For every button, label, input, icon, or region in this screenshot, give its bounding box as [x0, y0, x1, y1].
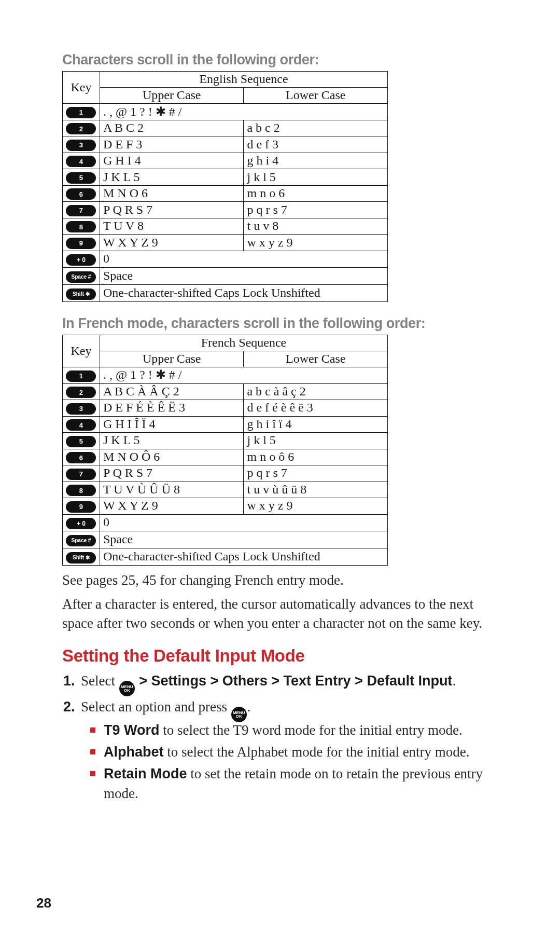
row-9-lower: w x y z 9	[244, 235, 388, 251]
roundkey-ok-label: OK	[236, 715, 242, 718]
table-row: Space # Space	[63, 267, 388, 284]
fr-row-2-upper: A B C À Â Ç 2	[100, 383, 244, 400]
english-sequence-table: Key English Sequence Upper Case Lower Ca…	[62, 71, 388, 302]
fr-row-4-upper: G H I Î Ï 4	[100, 416, 244, 433]
table-row: 8 T U V Ù Û Ü 8 t u v ù û ü 8	[63, 482, 388, 498]
row-shift-full: One-character-shifted Caps Lock Unshifte…	[100, 284, 387, 301]
key-space-icon: Space #	[66, 535, 96, 546]
step-1-pre: Select	[81, 673, 119, 689]
bullet-t9: T9 Word to select the T9 word mode for t…	[102, 721, 498, 740]
step-1-path: > Settings > Others > Text Entry > Defau…	[135, 673, 453, 689]
key-9-icon: 9	[66, 238, 96, 249]
step-1-period: .	[452, 673, 456, 689]
row-3-lower: d e f 3	[244, 136, 388, 153]
table-row: 3 D E F É È Ê Ë 3 d e f é è ê ë 3	[63, 400, 388, 417]
menu-ok-key-icon: MENUOK	[231, 707, 247, 722]
table-row: 9 W X Y Z 9 w x y z 9	[63, 235, 388, 251]
options-bullets: T9 Word to select the T9 word mode for t…	[81, 721, 498, 803]
bullet-alphabet: Alphabet to select the Alphabet mode for…	[102, 743, 498, 762]
key-4-icon: 4	[66, 419, 96, 431]
fr-row-6-upper: M N O Ô 6	[100, 449, 244, 465]
english-seq-header: English Sequence	[100, 72, 387, 88]
fr-row-9-upper: W X Y Z 9	[100, 498, 244, 515]
table-row: Shift ✱ One-character-shifted Caps Lock …	[63, 548, 388, 565]
row-5-upper: J K L 5	[100, 169, 244, 186]
upper-case-header-fr: Upper Case	[100, 351, 244, 367]
key-7-icon: 7	[66, 205, 96, 216]
table-row: 1 . , @ 1 ? ! ✱ # /	[63, 104, 388, 120]
key-5-icon: 5	[66, 172, 96, 184]
bullet-retain: Retain Mode to set the retain mode on to…	[102, 764, 498, 804]
table-row: 4 G H I 4 g h i 4	[63, 153, 388, 169]
row-4-upper: G H I 4	[100, 153, 244, 169]
table-row: 5 J K L 5 j k l 5	[63, 169, 388, 186]
key-9-icon: 9	[66, 501, 96, 513]
english-order-heading: Characters scroll in the following order…	[62, 52, 498, 68]
row-7-upper: P Q R S 7	[100, 202, 244, 218]
table-row: 4 G H I Î Ï 4 g h i î ï 4	[63, 416, 388, 433]
row-6-upper: M N O 6	[100, 185, 244, 202]
key-6-icon: 6	[66, 452, 96, 463]
bullet-retain-label: Retain Mode	[104, 766, 187, 781]
manual-page: Characters scroll in the following order…	[0, 0, 560, 934]
table-row: + 0 0	[63, 251, 388, 267]
row-9-upper: W X Y Z 9	[100, 235, 244, 251]
fr-row-8-lower: t u v ù û ü 8	[244, 482, 388, 498]
table-row: Shift ✱ One-character-shifted Caps Lock …	[63, 284, 388, 301]
fr-row-7-lower: p q r s 7	[244, 465, 388, 482]
row-space-full: Space	[100, 267, 387, 284]
cursor-advance-note: After a character is entered, the cursor…	[62, 595, 498, 633]
row-7-lower: p q r s 7	[244, 202, 388, 218]
table-row: + 0 0	[63, 514, 388, 531]
row-8-lower: t u v 8	[244, 218, 388, 235]
fr-row-space-full: Space	[100, 531, 387, 548]
lower-case-header: Lower Case	[244, 88, 388, 104]
fr-row-5-lower: j k l 5	[244, 433, 388, 449]
table-row: 1 . , @ 1 ? ! ✱ # /	[63, 367, 388, 384]
fr-row-5-upper: J K L 5	[100, 433, 244, 449]
key-3-icon: 3	[66, 403, 96, 415]
fr-row-6-lower: m n o ô 6	[244, 449, 388, 465]
key-2-icon: 2	[66, 387, 96, 398]
table-row: 8 T U V 8 t u v 8	[63, 218, 388, 235]
row-2-lower: a b c 2	[244, 120, 388, 136]
key-shift-icon: Shift ✱	[66, 289, 96, 300]
fr-row-2-lower: a b c à â ç 2	[244, 383, 388, 400]
fr-row-plus0-full: 0	[100, 514, 387, 531]
key-8-icon: 8	[66, 221, 96, 232]
table-row: Space # Space	[63, 531, 388, 548]
table-row: 7 P Q R S 7 p q r s 7	[63, 465, 388, 482]
see-pages-note: See pages 25, 45 for changing French ent…	[62, 571, 498, 589]
table-row: 5 J K L 5 j k l 5	[63, 433, 388, 449]
step-2-pre: Select an option and press	[81, 699, 231, 715]
key-space-icon: Space #	[66, 271, 96, 283]
bullet-t9-rest: to select the T9 word mode for the initi…	[160, 722, 463, 738]
roundkey-ok-label: OK	[124, 689, 130, 692]
lower-case-header-fr: Lower Case	[244, 351, 388, 367]
key-3-icon: 3	[66, 140, 96, 151]
bullet-alphabet-rest: to select the Alphabet mode for the init…	[164, 744, 470, 760]
fr-row-8-upper: T U V Ù Û Ü 8	[100, 482, 244, 498]
key-8-icon: 8	[66, 485, 96, 496]
fr-row-shift-full: One-character-shifted Caps Lock Unshifte…	[100, 548, 387, 565]
section-title-default-input: Setting the Default Input Mode	[62, 646, 498, 666]
row-plus0-full: 0	[100, 251, 387, 267]
key-1-icon: 1	[66, 107, 96, 118]
table-row: 3 D E F 3 d e f 3	[63, 136, 388, 153]
menu-ok-key-icon: MENUOK	[119, 681, 135, 696]
steps-list: Select MENUOK > Settings > Others > Text…	[62, 671, 498, 804]
key-plus0-icon: + 0	[66, 254, 96, 266]
key-6-icon: 6	[66, 188, 96, 200]
row-1-full: . , @ 1 ? ! ✱ # /	[100, 104, 387, 120]
table-row: 9 W X Y Z 9 w x y z 9	[63, 498, 388, 515]
upper-case-header: Upper Case	[100, 88, 244, 104]
key-7-icon: 7	[66, 469, 96, 480]
french-sequence-table: Key French Sequence Upper Case Lower Cas…	[62, 335, 388, 566]
fr-row-3-lower: d e f é è ê ë 3	[244, 400, 388, 417]
bullet-alphabet-label: Alphabet	[104, 744, 164, 760]
key-2-icon: 2	[66, 123, 96, 134]
key-1-icon: 1	[66, 370, 96, 382]
page-number: 28	[36, 895, 51, 911]
fr-row-7-upper: P Q R S 7	[100, 465, 244, 482]
bullet-t9-label: T9 Word	[104, 722, 160, 738]
